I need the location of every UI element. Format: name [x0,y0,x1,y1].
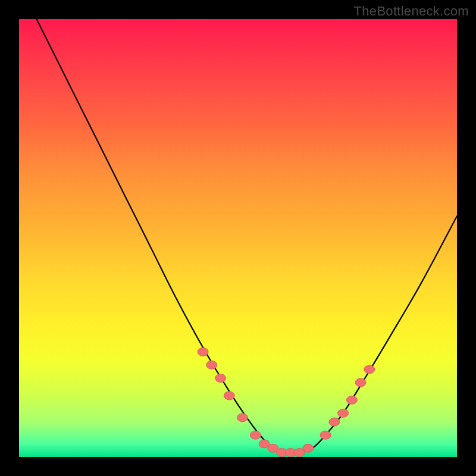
chart-marker [206,361,217,369]
chart-marker [237,414,248,422]
chart-marker [320,431,331,439]
chart-marker [224,392,234,400]
chart-marker [364,365,375,374]
chart-marker [338,409,349,417]
chart-plot-area [19,19,457,457]
chart-svg [19,19,457,457]
chart-marker [346,396,357,404]
chart-marker [250,431,261,439]
chart-marker [215,374,226,383]
chart-marker [303,444,314,452]
bottleneck-curve-line [19,19,457,453]
chart-marker [355,378,366,387]
outer-frame: TheBottleneck.com [0,0,476,476]
chart-marker [329,418,340,426]
marker-cluster-left [198,347,314,456]
watermark-text: TheBottleneck.com [354,4,469,19]
chart-marker [198,347,208,356]
